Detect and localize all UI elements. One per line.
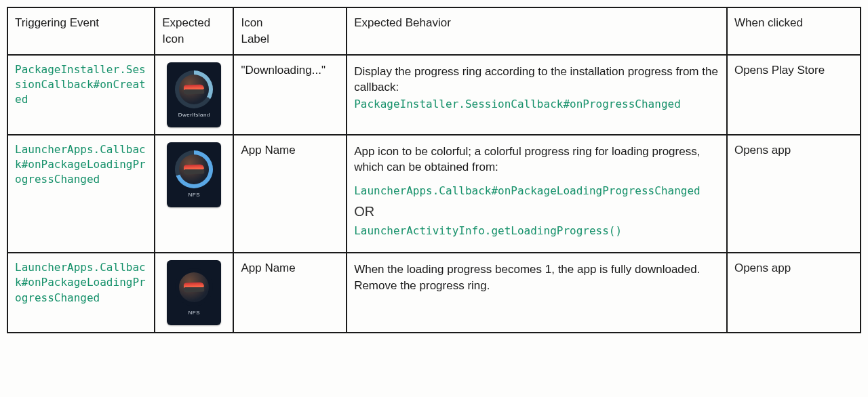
cell-when-clicked: Opens app [727,253,861,333]
icon-caption: NFS [189,191,201,198]
behavior-pre-text: Display the progress ring according to t… [354,64,719,96]
cell-icon-label: "Downloading..." [233,55,347,135]
cell-trigger: LauncherApps.Callback#onPackageLoadingPr… [7,253,155,333]
cell-icon: Dwerlfsland [155,55,233,135]
col-when-clicked: When clicked [727,7,861,55]
cell-icon: NFS [155,253,233,333]
cell-when-clicked: Opens Play Store [727,55,861,135]
icon-caption: NFS [189,309,201,316]
cell-trigger: LauncherApps.Callback#onPackageLoadingPr… [7,135,155,253]
progress-ring-icon [175,268,213,306]
table-row: PackageInstaller.SessionCallback#onCreat… [7,55,861,135]
cell-icon-label: App Name [233,253,347,333]
table-header-row: Triggering Event Expected Icon Icon Labe… [7,7,861,55]
trigger-code: LauncherApps.Callback#onPackageLoadingPr… [15,142,147,188]
col-expected-behavior: Expected Behavior [347,7,727,55]
icon-caption: Dwerlfsland [178,111,210,119]
behavior-code-alt: LauncherActivityInfo.getLoadingProgress(… [354,224,719,238]
col-icon-label: Icon Label [233,7,347,55]
behavior-pre-text: App icon to be colorful; a colorful prog… [354,144,719,176]
cell-trigger: PackageInstaller.SessionCallback#onCreat… [7,55,155,135]
app-icon-preview: NFS [167,260,221,325]
cell-icon-label: App Name [233,135,347,253]
cell-icon: NFS [155,135,233,253]
col-triggering-event: Triggering Event [7,7,155,55]
cell-behavior: App icon to be colorful; a colorful prog… [347,135,727,253]
table-row: LauncherApps.Callback#onPackageLoadingPr… [7,253,861,333]
cell-when-clicked: Opens app [727,135,861,253]
launcher-icon-states-table: Triggering Event Expected Icon Icon Labe… [7,7,861,333]
behavior-code: LauncherApps.Callback#onPackageLoadingPr… [354,184,719,198]
behavior-code: PackageInstaller.SessionCallback#onProgr… [354,97,719,112]
progress-ring-icon [175,150,213,188]
cell-behavior: Display the progress ring according to t… [347,55,727,135]
table-row: LauncherApps.Callback#onPackageLoadingPr… [7,135,861,253]
cell-behavior: When the loading progress becomes 1, the… [347,253,727,333]
app-icon-preview: NFS [167,142,221,207]
trigger-code: PackageInstaller.SessionCallback#onCreat… [15,62,147,108]
col-expected-icon: Expected Icon [155,7,233,55]
app-icon-preview: Dwerlfsland [167,62,221,127]
behavior-pre-text: When the loading progress becomes 1, the… [354,262,719,294]
progress-ring-icon [175,70,213,108]
trigger-code: LauncherApps.Callback#onPackageLoadingPr… [15,260,147,306]
behavior-or: OR [354,202,719,221]
